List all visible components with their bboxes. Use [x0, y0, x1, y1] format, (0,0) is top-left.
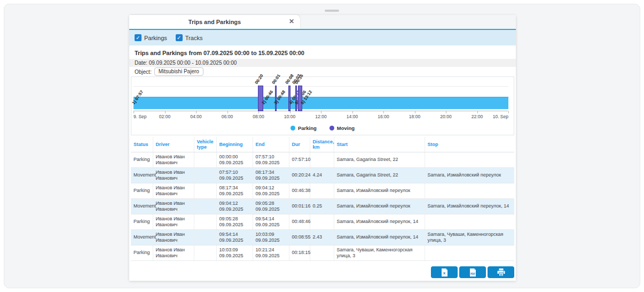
cell-distance: [310, 152, 334, 168]
dialog-title: Trips and Parkings: [129, 19, 300, 25]
moving-legend-dot-icon: [329, 126, 334, 130]
cell-beginning: 00:00:0009.09.2025: [216, 152, 253, 168]
object-chip[interactable]: Mitsubishi Pajero: [154, 67, 203, 76]
export-toolbar: x PDF: [431, 266, 514, 278]
chart-legend: Parking Moving: [131, 125, 514, 131]
cell-stop: [425, 214, 514, 230]
timeline-chart: 1) 07:5700:202) 00:4600:013) 00:4800:084…: [131, 76, 514, 135]
x-axis-tick: [508, 111, 509, 113]
cell-status: Movement: [131, 230, 153, 245]
trips-table: Status Driver Vehicle type Beginning End…: [131, 137, 514, 261]
table-row[interactable]: MovementИванов Иван Иванович09:04:1209.0…: [131, 199, 514, 214]
column-header-stop[interactable]: Stop: [425, 137, 514, 152]
report-date-range: Date: 09.09.2025 00:00 - 10.09.2025 00:0…: [129, 59, 516, 67]
table-row[interactable]: ParkingИванов Иван Иванович10:03:0909.09…: [131, 245, 514, 261]
cell-driver: Иванов Иван Иванович: [153, 230, 194, 245]
column-header-distance[interactable]: Distance, km: [310, 137, 334, 152]
x-axis-tick: [290, 111, 290, 113]
x-axis-tick-label: 20:00: [440, 114, 451, 119]
cell-start: Samara, Измайловский переулок: [334, 199, 425, 214]
table-row[interactable]: MovementИванов Иван Иванович09:54:1409.0…: [131, 230, 514, 245]
close-icon[interactable]: ✕: [288, 18, 295, 25]
cell-beginning: 09:04:1209.09.2025: [216, 199, 253, 214]
tracks-checkbox[interactable]: ✓: [176, 34, 183, 41]
column-header-status[interactable]: Status: [131, 137, 153, 152]
x-axis-tick-label: 18:00: [409, 114, 420, 119]
x-axis-tick-label: 16:00: [378, 114, 389, 119]
table-row[interactable]: MovementИванов Иван Иванович07:57:1009.0…: [131, 168, 514, 183]
x-axis-tick: [352, 111, 353, 113]
cell-vehicle-type: [194, 168, 216, 183]
table-body: ParkingИванов Иван Иванович00:00:0009.09…: [131, 152, 514, 261]
cell-driver: Иванов Иван Иванович: [153, 214, 194, 230]
drag-handle[interactable]: [325, 10, 339, 12]
column-header-dur[interactable]: Dur: [289, 137, 310, 152]
print-button[interactable]: [488, 266, 514, 278]
column-header-beginning[interactable]: Beginning: [216, 137, 253, 152]
cell-start: Samara, Чуваши, Каменногорская улица, 3: [334, 245, 425, 261]
x-axis-tick-label: 08:00: [253, 114, 264, 119]
object-label: Object:: [135, 69, 152, 75]
table-row[interactable]: ParkingИванов Иван Иванович08:17:3409.09…: [131, 183, 514, 199]
cell-start: Samara, Gagarina Street, 22: [334, 152, 425, 168]
parkings-checkbox[interactable]: ✓: [135, 34, 142, 41]
dialog-tab-bar: Trips and Parkings ✕: [129, 15, 516, 30]
tracks-checkbox-label: Tracks: [185, 35, 203, 41]
export-excel-button[interactable]: x: [431, 266, 458, 278]
moving-legend-label: Moving: [337, 125, 355, 131]
cell-start: Samara, Измайловский переулок, 14: [334, 230, 425, 245]
cell-beginning: 07:57:1009.09.2025: [216, 168, 253, 183]
x-axis-tick-label: 10. Sep: [493, 114, 508, 119]
cell-beginning: 09:54:1409.09.2025: [216, 230, 253, 245]
x-axis-tick: [446, 111, 446, 113]
cell-start: Samara, Измайловский переулок, 14: [334, 214, 425, 230]
layer-filter-bar: ✓ Parkings ✓ Tracks: [129, 30, 516, 45]
x-axis-tick: [227, 111, 228, 113]
cell-dur: 00:20:24: [289, 168, 310, 183]
svg-text:x: x: [443, 271, 445, 275]
cell-stop: Samara, Измайловский переулок: [425, 168, 514, 183]
cell-end: 10:21:2409.09.2025: [253, 245, 289, 261]
excel-file-icon: x: [441, 268, 448, 276]
cell-dur: 00:46:38: [289, 183, 310, 199]
x-axis-tick-label: 14:00: [347, 114, 358, 119]
tab-trips-and-parkings[interactable]: Trips and Parkings ✕: [129, 15, 300, 29]
cell-driver: Иванов Иван Иванович: [153, 245, 194, 261]
export-pdf-button[interactable]: PDF: [459, 266, 486, 278]
moving-bar: [298, 86, 302, 111]
cell-stop: [425, 152, 514, 168]
x-axis-tick: [133, 111, 134, 113]
chart-gridline: [133, 86, 508, 87]
cell-status: Parking: [131, 214, 153, 230]
report-title: Trips and Parkings from 07.09.2025 00:00…: [129, 45, 516, 59]
cell-vehicle-type: [194, 230, 216, 245]
x-axis-tick-label: 22:00: [472, 114, 483, 119]
x-axis-tick-label: 10:00: [284, 114, 295, 119]
column-header-end[interactable]: End: [253, 137, 289, 152]
column-header-driver[interactable]: Driver: [153, 137, 194, 152]
cell-distance: 2.43: [310, 230, 334, 245]
x-axis-tick: [415, 111, 415, 113]
cell-stop: [425, 183, 514, 199]
cell-distance: 4.24: [310, 168, 334, 183]
x-axis-tick-label: 12:00: [315, 114, 326, 119]
cell-dur: 00:48:46: [289, 214, 310, 230]
object-row: Object: Mitsubishi Pajero: [129, 67, 516, 76]
cell-dur: 07:57:10: [289, 152, 310, 168]
trips-and-parkings-dialog: Trips and Parkings ✕ ✓ Parkings ✓ Tracks…: [129, 15, 516, 281]
column-header-start[interactable]: Start: [334, 137, 425, 152]
table-row[interactable]: ParkingИванов Иван Иванович00:00:0009.09…: [131, 152, 514, 168]
filter-tracks[interactable]: ✓ Tracks: [176, 34, 203, 41]
cell-vehicle-type: [194, 245, 216, 261]
filter-parkings[interactable]: ✓ Parkings: [135, 34, 167, 41]
table-row[interactable]: ParkingИванов Иван Иванович09:05:2809.09…: [131, 214, 514, 230]
cell-end: 07:57:1009.09.2025: [253, 152, 289, 168]
column-header-vehicle-type[interactable]: Vehicle type: [194, 137, 216, 152]
moving-bar: [288, 86, 290, 111]
x-axis-tick: [321, 111, 321, 113]
x-axis-tick: [258, 111, 259, 113]
cell-vehicle-type: [194, 152, 216, 168]
x-axis-tick: [477, 111, 478, 113]
printer-icon: [497, 268, 505, 276]
legend-item-parking: Parking: [290, 125, 317, 131]
